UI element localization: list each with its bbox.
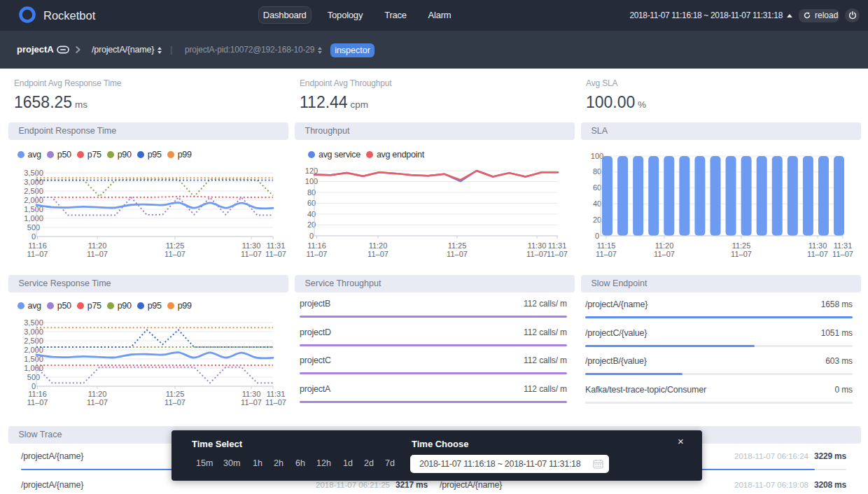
svg-text:60: 60	[593, 183, 601, 192]
svg-text:3,000: 3,000	[24, 327, 43, 336]
svg-text:11–07: 11–07	[164, 250, 186, 258]
svg-text:120: 120	[305, 167, 318, 175]
svg-text:20: 20	[593, 216, 601, 224]
svg-text:11:30: 11:30	[242, 390, 261, 398]
svg-text:100: 100	[305, 177, 318, 185]
svg-text:500: 500	[27, 373, 40, 381]
svg-text:11:30: 11:30	[242, 241, 261, 250]
svg-text:11:30: 11:30	[528, 241, 547, 250]
svg-text:11–07: 11–07	[731, 250, 752, 258]
svg-text:1,000: 1,000	[24, 214, 43, 223]
svg-text:3,000: 3,000	[24, 178, 43, 186]
svg-text:11–07: 11–07	[27, 250, 48, 258]
svg-text:40: 40	[593, 199, 601, 208]
svg-text:11–07: 11–07	[807, 250, 828, 258]
svg-text:11:25: 11:25	[166, 390, 185, 398]
svg-text:11–07: 11–07	[87, 398, 108, 407]
svg-text:11:20: 11:20	[369, 241, 388, 250]
svg-text:0: 0	[309, 232, 314, 240]
svg-text:11:20: 11:20	[655, 241, 674, 250]
svg-text:11–07: 11–07	[27, 398, 48, 407]
svg-text:0: 0	[31, 232, 36, 241]
svg-text:11:31: 11:31	[267, 390, 286, 398]
svg-text:2,500: 2,500	[24, 337, 43, 345]
svg-text:100: 100	[591, 152, 603, 160]
svg-text:11:31: 11:31	[834, 241, 853, 250]
svg-text:11:31: 11:31	[267, 241, 286, 250]
svg-text:11:30: 11:30	[808, 241, 827, 250]
svg-text:80: 80	[593, 167, 601, 176]
svg-text:11–07: 11–07	[368, 250, 388, 258]
svg-text:11:25: 11:25	[448, 241, 467, 250]
svg-text:11:20: 11:20	[88, 241, 107, 250]
svg-text:11–07: 11–07	[265, 398, 286, 407]
svg-text:11–07: 11–07	[307, 250, 328, 258]
svg-text:11:20: 11:20	[88, 390, 107, 398]
svg-text:11–07: 11–07	[447, 250, 468, 258]
svg-text:11–07: 11–07	[164, 398, 186, 407]
svg-text:11–07: 11–07	[547, 250, 568, 258]
svg-text:11–07: 11–07	[241, 250, 262, 258]
svg-text:11–07: 11–07	[241, 398, 262, 407]
svg-text:0: 0	[31, 382, 36, 390]
svg-text:11:25: 11:25	[732, 241, 751, 250]
svg-text:2,500: 2,500	[24, 187, 43, 195]
svg-text:11:25: 11:25	[166, 241, 185, 250]
svg-text:11:31: 11:31	[548, 241, 567, 250]
svg-text:3,500: 3,500	[24, 169, 43, 177]
svg-text:11:15: 11:15	[597, 241, 616, 250]
svg-text:11:16: 11:16	[28, 241, 47, 250]
svg-text:11–07: 11–07	[87, 250, 108, 258]
svg-text:11–07: 11–07	[654, 250, 675, 258]
svg-text:500: 500	[27, 223, 40, 232]
svg-text:0: 0	[595, 232, 599, 240]
svg-text:11–07: 11–07	[596, 250, 617, 258]
svg-text:3,500: 3,500	[24, 318, 43, 327]
svg-text:11–07: 11–07	[832, 250, 853, 258]
svg-text:11–07: 11–07	[526, 250, 547, 258]
svg-text:11:16: 11:16	[28, 390, 47, 398]
svg-text:11–07: 11–07	[265, 250, 286, 258]
svg-text:11:16: 11:16	[307, 241, 326, 250]
